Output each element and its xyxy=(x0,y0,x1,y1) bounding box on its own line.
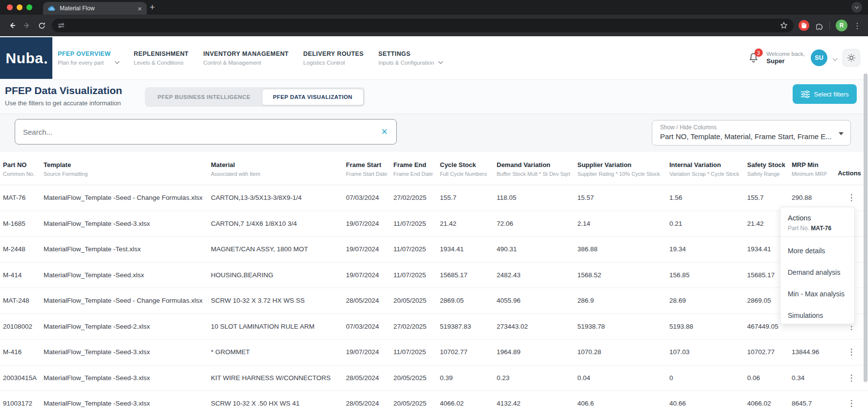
table-cell: M-1685 xyxy=(3,211,44,237)
table-cell: 28/05/2024 xyxy=(346,365,393,391)
table-cell: 11/07/2025 xyxy=(393,211,440,237)
actions-menu-title: Actions xyxy=(788,214,847,222)
table-cell: MAGNET/CAN ASSY, 1800 MOT xyxy=(211,237,346,262)
table-cell: * GROMMET xyxy=(211,339,346,365)
tab-search-button[interactable] xyxy=(851,2,862,13)
nav-item[interactable]: INVENTORY MANAGEMENT Control & Managemen… xyxy=(203,50,288,66)
row-actions-button[interactable]: ⋮ xyxy=(847,374,856,382)
minimize-window-button[interactable] xyxy=(17,4,23,10)
page-subtitle: Use the filters to get accurate informat… xyxy=(5,99,121,107)
table-cell: 19/07/2024 xyxy=(346,237,393,262)
nav-item-label: INVENTORY MANAGEMENT xyxy=(203,50,288,57)
table-cell: 0.34 xyxy=(792,365,835,391)
table-cell: CARTON,13-3/5X13-3/8X9-1/4 xyxy=(211,185,346,211)
row-actions-button[interactable]: ⋮ xyxy=(847,193,856,202)
table-cell: SCRW 10-32 X .50 HX WS 41 xyxy=(211,391,346,409)
nav-item-sublabel: Inputs & Configuration xyxy=(378,60,434,66)
actions-menu-item[interactable]: Min - Max analysis xyxy=(780,283,854,305)
actions-menu: Actions Part No. MAT-76 More detailsDema… xyxy=(780,207,855,324)
theme-toggle-button[interactable] xyxy=(843,49,860,67)
column-header: Part NOCommon No. xyxy=(3,161,44,177)
table-cell: MaterialFlow_Template -Seed-3.xlsx xyxy=(44,339,211,365)
profile-chevron-down-icon[interactable] xyxy=(833,53,837,62)
forward-button[interactable] xyxy=(20,18,34,33)
table-cell: 519387.83 xyxy=(440,314,497,339)
site-settings-icon[interactable] xyxy=(58,22,65,29)
column-header: MaterialAssociated with Item xyxy=(211,161,346,177)
table-cell: 27/02/2025 xyxy=(393,185,440,211)
table-cell: 4132.42 xyxy=(497,391,577,409)
table-cell: 51938.78 xyxy=(577,314,669,339)
table-cell: 2482.43 xyxy=(497,263,577,288)
table-cell: M-2448 xyxy=(3,237,44,262)
page-tab[interactable]: PFEP BUSINESS INTELLIGENCE xyxy=(146,89,262,105)
user-avatar[interactable]: SU xyxy=(811,49,827,66)
table-cell: 28/05/2024 xyxy=(346,391,393,409)
browser-chrome: Material Flow × + xyxy=(0,0,868,36)
table-cell: 28.69 xyxy=(669,288,747,313)
table-cell: 5193.88 xyxy=(669,314,747,339)
scrollbar-thumb[interactable] xyxy=(864,73,868,382)
nav-item-sublabel: Logistics Control xyxy=(303,60,364,66)
table-cell: 28/05/2024 xyxy=(346,288,393,313)
nav-item[interactable]: REPLENISHMENT Levels & Conditions xyxy=(134,50,188,66)
table-row: M-1685MaterialFlow_Template -Seed-3.xlsx… xyxy=(0,211,868,237)
window-controls[interactable] xyxy=(7,4,32,10)
url-bar[interactable] xyxy=(52,19,794,32)
table-row: 91003172MaterialFlow_Template -Seed-3.xl… xyxy=(0,391,868,409)
page-tab[interactable]: PFEP DATA VISUALIZATION xyxy=(262,89,364,105)
column-header: Supplier VariationSupplier Rating * 10% … xyxy=(577,161,669,177)
nav-item[interactable]: PFEP OVERVIEW Plan for every part xyxy=(58,50,119,66)
actions-menu-items: More detailsDemand analysisMin - Max ana… xyxy=(780,237,854,326)
new-tab-button[interactable]: + xyxy=(150,2,155,13)
table-cell: SCRW 10-32 X 3.72 HX WS SS xyxy=(211,288,346,313)
reload-button[interactable] xyxy=(34,18,49,33)
actions-menu-item[interactable]: Demand analysis xyxy=(780,262,854,283)
table-cell: 21.42 xyxy=(440,211,497,237)
clear-search-icon[interactable]: × xyxy=(381,126,388,137)
table-cell: 4066.02 xyxy=(440,391,497,409)
back-button[interactable] xyxy=(5,18,20,33)
table-cell: MAT-248 xyxy=(3,288,44,313)
actions-menu-item[interactable]: Simulations xyxy=(780,305,854,326)
browser-tab[interactable]: Material Flow × xyxy=(43,2,147,15)
table-cell: 8645.7 xyxy=(792,391,835,409)
table-cell: 155.7 xyxy=(440,185,497,211)
notifications-button[interactable]: 3 xyxy=(746,50,761,65)
table-cell: 406.6 xyxy=(577,391,669,409)
nav-item[interactable]: DELIVERY ROUTES Logistics Control xyxy=(303,50,364,66)
logo-dot xyxy=(45,61,47,64)
table-cell: 4055.96 xyxy=(497,288,577,313)
chevron-down-icon xyxy=(439,56,442,65)
extensions-puzzle-icon[interactable] xyxy=(815,22,823,30)
table-cell: 4066.02 xyxy=(747,391,792,409)
table-cell: 1070.28 xyxy=(577,339,669,365)
close-window-button[interactable] xyxy=(7,4,13,10)
nuba-logo[interactable]: Nuba xyxy=(0,37,52,79)
adblock-extension-icon[interactable] xyxy=(799,20,809,31)
nav-item-label: DELIVERY ROUTES xyxy=(303,50,364,57)
actions-menu-item[interactable]: More details xyxy=(780,240,854,262)
maximize-window-button[interactable] xyxy=(26,4,32,10)
table-cell: HOUSING,BEARING xyxy=(211,263,346,288)
browser-menu-icon[interactable]: ⋮ xyxy=(853,21,861,30)
table-cell: 0.04 xyxy=(577,365,669,391)
tab-favicon-cloud-icon xyxy=(48,5,56,11)
table-cell: 13844.96 xyxy=(792,339,835,365)
browser-profile-avatar[interactable]: R xyxy=(836,20,847,31)
nav-item-label: SETTINGS xyxy=(378,50,434,57)
select-filters-button[interactable]: Select filters xyxy=(793,84,857,104)
table-row: 20030415AMaterialFlow_Template -Seed-3.x… xyxy=(0,365,868,391)
table-cell: 19/07/2024 xyxy=(346,339,393,365)
nav-item-sublabel: Plan for every part xyxy=(58,60,111,66)
row-actions-button[interactable]: ⋮ xyxy=(847,348,856,356)
show-hide-columns-select[interactable]: Show / Hide Columns Part NO, Template, M… xyxy=(652,120,851,145)
tab-close-icon[interactable]: × xyxy=(137,5,142,12)
bookmark-star-icon[interactable] xyxy=(780,22,788,29)
page-title: PFEP Data Visualization xyxy=(5,85,122,96)
nav-item-sublabel: Levels & Conditions xyxy=(134,60,188,66)
row-actions-button[interactable]: ⋮ xyxy=(847,399,856,408)
search-input[interactable] xyxy=(15,120,381,144)
tab-strip: Material Flow × + xyxy=(0,0,868,15)
nav-item[interactable]: SETTINGS Inputs & Configuration xyxy=(378,50,442,66)
